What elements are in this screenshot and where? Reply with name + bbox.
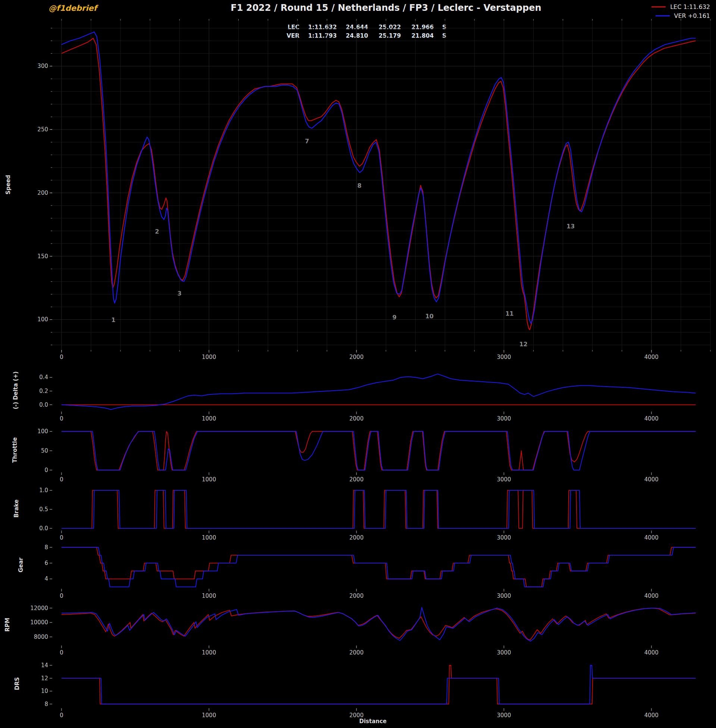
y-tick-label: 12 (41, 675, 48, 682)
x-tick-label: 3000 (497, 476, 511, 483)
y-tick-label: 4 (44, 575, 48, 582)
corner-number: 10 (425, 313, 433, 320)
y-tick-label: 10 (41, 688, 48, 695)
gear-axis-label: Gear (18, 527, 24, 602)
distance-axis-label: Distance (0, 718, 716, 725)
x-tick-label: 2000 (349, 593, 364, 599)
x-tick-label: 4000 (645, 415, 658, 422)
x-tick-label: 3000 (497, 534, 511, 541)
x-tick-label: 3000 (497, 354, 511, 360)
x-tick-label: 0 (60, 415, 64, 422)
delta-trace-ver (62, 374, 696, 409)
corner-number: 13 (566, 223, 575, 230)
x-tick-label: 0 (60, 649, 64, 656)
brake-chart: 010002000300040000.00.51.0 (39, 487, 695, 541)
corner-number: 3 (177, 290, 182, 297)
y-tick-label: 100 (37, 316, 48, 323)
x-tick-label: 2000 (349, 354, 364, 360)
y-tick-label: 6 (44, 560, 48, 567)
x-tick-label: 1000 (202, 534, 216, 541)
x-tick-label: 1000 (202, 354, 216, 360)
corner-number: 12 (519, 341, 527, 348)
rpm-trace-lec (62, 608, 696, 640)
throttle-chart: 01000200030004000050100 (37, 428, 695, 483)
y-tick-label: 1.0 (39, 487, 48, 494)
x-tick-label: 2000 (349, 415, 364, 422)
y-tick-label: 200 (37, 190, 48, 196)
y-tick-label: 0 (44, 467, 48, 474)
x-tick-label: 4000 (645, 649, 658, 656)
drs-axis-label: DRS (14, 646, 21, 721)
corner-number: 11 (505, 310, 514, 317)
telemetry-plots: 0100020003000400010015020025030012378910… (0, 0, 716, 728)
x-tick-label: 0 (60, 593, 64, 599)
x-tick-label: 3000 (497, 649, 511, 656)
rpm-chart: 0100020003000400080001000012000 (30, 605, 695, 656)
y-tick-label: 0.0 (39, 401, 48, 408)
y-tick-label: 8 (44, 701, 48, 707)
x-tick-label: 0 (60, 354, 64, 360)
speed-axis-label: Speed (5, 147, 12, 222)
delta-chart: 010002000300040000.00.20.4 (39, 374, 695, 422)
y-tick-label: 0.0 (39, 525, 48, 532)
rpm-trace-ver (62, 608, 696, 641)
corner-number: 2 (155, 228, 159, 235)
speed-trace-lec (62, 38, 696, 330)
brake-trace-ver (62, 490, 696, 528)
x-tick-label: 4000 (645, 476, 658, 483)
y-tick-label: 150 (37, 253, 48, 260)
y-tick-label: 0.2 (39, 388, 48, 394)
x-tick-label: 4000 (645, 593, 658, 599)
x-tick-label: 2000 (349, 476, 364, 483)
gear-chart: 01000200030004000468 (44, 544, 695, 599)
rpm-axis-label: RPM (4, 587, 11, 662)
x-tick-label: 0 (60, 476, 64, 483)
y-tick-label: 300 (37, 63, 48, 69)
x-tick-label: 3000 (497, 415, 511, 422)
drs-trace-lec (62, 665, 696, 704)
x-tick-label: 4000 (645, 534, 658, 541)
y-tick-label: 8 (44, 544, 48, 551)
y-tick-label: 10000 (30, 619, 48, 626)
y-tick-label: 0.5 (39, 506, 48, 513)
x-tick-label: 1000 (202, 476, 216, 483)
x-tick-label: 1000 (202, 649, 216, 656)
corner-number: 1 (112, 316, 115, 324)
x-tick-label: 2000 (349, 534, 364, 541)
y-tick-label: 100 (37, 428, 48, 435)
y-tick-label: 50 (41, 447, 48, 454)
x-tick-label: 1000 (202, 593, 216, 599)
y-tick-label: 0.4 (39, 374, 48, 381)
corner-number: 8 (357, 182, 361, 189)
x-tick-label: 2000 (349, 649, 364, 656)
speed-chart: 0100020003000400010015020025030012378910… (37, 19, 710, 360)
corner-number: 9 (392, 314, 396, 321)
speed-trace-ver (62, 32, 696, 324)
x-tick-label: 4000 (645, 354, 658, 360)
gear-trace-lec (62, 547, 696, 587)
y-tick-label: 14 (41, 662, 48, 669)
y-tick-label: 12000 (30, 605, 48, 612)
y-tick-label: 8000 (34, 634, 48, 640)
corner-number: 7 (305, 138, 309, 145)
y-tick-label: 250 (37, 126, 48, 133)
drs-chart: 010002000300040008101214 (41, 662, 696, 719)
x-tick-label: 0 (60, 534, 64, 541)
drs-trace-ver (62, 665, 696, 704)
x-tick-label: 1000 (202, 415, 216, 422)
x-tick-label: 3000 (497, 593, 511, 599)
